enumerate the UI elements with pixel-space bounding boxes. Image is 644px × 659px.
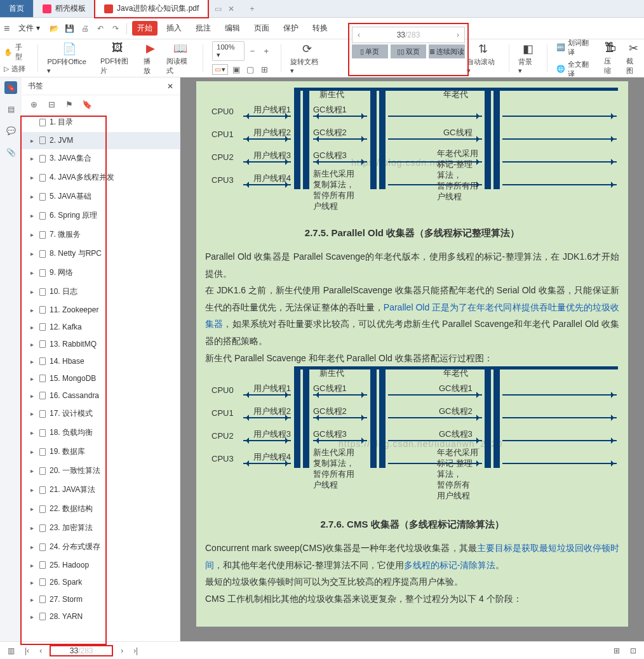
bookmark-item[interactable]: ▸28. YARN (22, 608, 180, 625)
bookmark-item[interactable]: ▸7. 微服务 (22, 225, 180, 244)
menu-edit[interactable]: 编辑 (220, 21, 245, 36)
side-thumbnails[interactable]: ▤ (4, 103, 17, 116)
bookmark-label: 4. JAVA多线程并发 (50, 172, 114, 183)
bookmark-item[interactable]: ▸3. JAVA集合 (22, 149, 180, 168)
btn-autoscroll[interactable]: ⇅自动滚动 ▾ (467, 42, 500, 75)
bookmark-item[interactable]: ▸2. JVM (22, 132, 180, 149)
link-mark-sweep[interactable]: 多线程的标记-清除算法 (404, 560, 496, 570)
side-bookmarks[interactable]: 🔖 (4, 81, 17, 94)
bookmark-item[interactable]: ▸13. RabbitMQ (22, 336, 180, 353)
bookmark-item[interactable]: 1. 目录 (22, 113, 180, 132)
btn-readmode[interactable]: 📖阅读模式 (166, 41, 194, 76)
hamburger-icon[interactable]: ≡ (4, 23, 10, 34)
first-page[interactable]: |‹ (22, 645, 32, 656)
next-page[interactable]: › (118, 645, 126, 656)
bookmark-item[interactable]: ▸27. Storm (22, 591, 180, 608)
zoom-fit-a[interactable]: ⊞ (611, 645, 622, 656)
save-icon[interactable]: 💾 (64, 24, 76, 33)
fit-visible-icon[interactable]: ⊞ (258, 63, 270, 75)
bookmarks-panel: 书签 ✕ ⊕ ⊟ ⚑ 🔖 1. 目录▸2. JVM▸3. JAVA集合▸4. J… (22, 77, 180, 641)
bookmark-item[interactable]: ▸4. JAVA多线程并发 (22, 168, 180, 187)
bookmark-item[interactable]: ▸20. 一致性算法 (22, 462, 180, 481)
bookmark-item[interactable]: ▸14. Hbase (22, 353, 180, 370)
bookmark-item[interactable]: ▸10. 日志 (22, 283, 180, 302)
menu-insert[interactable]: 插入 (161, 21, 187, 36)
page-icon (39, 448, 46, 456)
menu-page[interactable]: 页面 (249, 21, 274, 36)
bookmark-item[interactable]: ▸21. JAVA算法 (22, 481, 180, 500)
menu-start[interactable]: 开始 (132, 21, 158, 36)
undo-icon[interactable]: ↶ (95, 24, 106, 33)
bookmark-item[interactable]: ▸24. 分布式缓存 (22, 538, 180, 557)
btn-play[interactable]: ▶播放 (144, 41, 158, 76)
tab-close-icon[interactable]: ✕ (228, 4, 234, 13)
view-continuous[interactable]: ≣ 连续阅读 (429, 44, 465, 58)
zoom-out-icon[interactable]: − (247, 46, 258, 57)
menu-protect[interactable]: 保护 (278, 21, 304, 36)
bookmark-item[interactable]: ▸16. Cassandra (22, 387, 180, 404)
bm-new-icon[interactable]: ⊕ (28, 98, 39, 110)
bookmark-item[interactable]: ▸19. 数据库 (22, 443, 180, 462)
book-icon: 📖 (173, 41, 187, 55)
bookmark-item[interactable]: ▸23. 加密算法 (22, 519, 180, 538)
print-icon[interactable]: 🖨 (79, 24, 91, 33)
tool-hand[interactable]: ✋手型 (4, 43, 29, 62)
prev-page[interactable]: ‹ (37, 645, 44, 656)
side-annotations[interactable]: 💬 (4, 124, 17, 137)
actual-size-icon[interactable]: ▢ (245, 63, 256, 75)
open-icon[interactable]: 📂 (49, 24, 60, 33)
last-page[interactable]: ›| (131, 645, 140, 656)
heading-275: 2.7.5. Parallel Old 收集器（多线程标记整理算法） (205, 227, 619, 239)
bookmark-item[interactable]: ▸17. 设计模式 (22, 404, 180, 423)
bm-expand-icon[interactable]: ⊟ (46, 98, 57, 110)
view-single[interactable]: ▯ 单页 (352, 44, 388, 58)
bookmark-item[interactable]: ▸18. 负载均衡 (22, 423, 180, 443)
btn-compress[interactable]: 🗜压缩 (604, 41, 618, 76)
bookmark-item[interactable]: ▸6. Spring 原理 (22, 206, 180, 225)
btn-pdf2office[interactable]: 📄PDF转Office ▾ (47, 42, 91, 75)
redo-icon[interactable]: ↷ (110, 24, 121, 33)
btn-rotate[interactable]: ⟳旋转文档 ▾ (290, 42, 323, 75)
view-double[interactable]: ▯▯ 双页 (391, 44, 427, 58)
page-box[interactable]: 33/283 (50, 645, 113, 656)
bookmarks-close[interactable]: ✕ (167, 82, 173, 91)
zoom-select[interactable]: 100% ▾ (212, 41, 245, 61)
bookmark-item[interactable]: ▸12. Kafka (22, 319, 180, 336)
page-icon (39, 596, 46, 603)
tool-select[interactable]: ▷选择 (4, 64, 29, 74)
bm-flag-icon[interactable]: ⚑ (64, 98, 75, 110)
page-prev[interactable]: ‹ (352, 30, 365, 39)
tab-document[interactable]: Java进阶核心知识集.pdf (95, 0, 208, 17)
btn-fulltrans[interactable]: 🌐全文翻译 (556, 60, 595, 79)
menu-file[interactable]: 文件 ▾ (13, 21, 44, 36)
btn-dict[interactable]: 🔤划词翻译 (556, 38, 595, 57)
bookmark-item[interactable]: ▸5. JAVA基础 (22, 187, 180, 206)
bookmark-item[interactable]: ▸26. Spark (22, 574, 180, 591)
tab-menu-icon[interactable]: ▭ (215, 4, 222, 13)
bookmark-item[interactable]: ▸15. MongoDB (22, 370, 180, 387)
document-viewport[interactable]: https://blog.csdn.net/li CPU0用户线程1GC线程1C… (180, 77, 644, 641)
page-next[interactable]: › (452, 30, 464, 39)
page-indicator[interactable]: 33/283 (365, 30, 452, 39)
bookmark-item[interactable]: ▸11. Zookeeper (22, 302, 180, 319)
tab-home[interactable]: 首页 (0, 0, 34, 17)
fit-width[interactable]: ▭▾ (212, 64, 228, 75)
bookmark-item[interactable]: ▸9. 网络 (22, 263, 180, 283)
btn-background[interactable]: ◧背景 ▾ (518, 42, 538, 75)
page-icon (39, 269, 46, 277)
bm-ribbon-icon[interactable]: 🔖 (81, 98, 93, 110)
menu-convert[interactable]: 转换 (307, 21, 333, 36)
tab-templates[interactable]: 稻壳模板 (34, 0, 95, 17)
btn-pdf2img[interactable]: 🖼PDF转图片 (100, 41, 135, 76)
sidebar-toggle[interactable]: ▥ (5, 645, 17, 656)
fit-page-icon[interactable]: ▣ (231, 63, 242, 75)
zoom-fit-b[interactable]: ⊡ (627, 645, 639, 656)
bookmark-item[interactable]: ▸8. Netty 与RPC (22, 244, 180, 263)
bookmark-item[interactable]: ▸22. 数据结构 (22, 500, 180, 519)
bookmark-item[interactable]: ▸25. Hadoop (22, 557, 180, 574)
new-tab-button[interactable]: + (241, 0, 263, 17)
btn-crop[interactable]: ✂截图 (626, 41, 640, 76)
zoom-in-icon[interactable]: + (260, 46, 272, 57)
side-attachments[interactable]: 📎 (4, 146, 17, 159)
menu-annotate[interactable]: 批注 (191, 21, 216, 36)
